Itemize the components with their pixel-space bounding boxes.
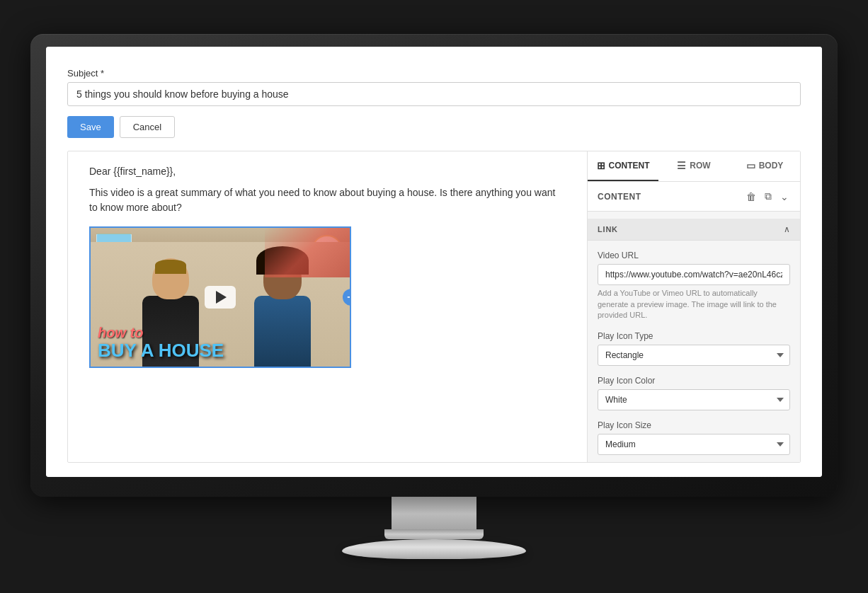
- link-section-label: LINK: [598, 225, 618, 234]
- tab-body[interactable]: ▭ BODY: [729, 151, 800, 181]
- link-section-header[interactable]: LINK ∧: [588, 219, 800, 241]
- panel-section-title: CONTENT: [598, 192, 641, 202]
- play-icon-size-label: Play Icon Size: [598, 420, 790, 430]
- video-thumbnail[interactable]: onebighappy: [89, 226, 351, 368]
- play-icon-color-label: Play Icon Color: [598, 376, 790, 386]
- link-collapse-icon: ∧: [784, 224, 790, 234]
- play-icon-type-label: Play Icon Type: [598, 331, 790, 341]
- subject-label: Subject *: [67, 68, 801, 79]
- monitor-base: [342, 539, 526, 559]
- person-left-head: [152, 258, 189, 299]
- body-tab-icon: ▭: [746, 160, 755, 171]
- row-tab-icon: ☰: [677, 160, 686, 171]
- email-greeting: Dear {{first_name}},: [89, 166, 566, 177]
- tab-row[interactable]: ☰ ROW: [658, 151, 729, 181]
- play-icon-type-field: Play Icon Type Rectangle Circle None: [598, 331, 790, 366]
- editor-area: Dear {{first_name}}, This video is a gre…: [67, 151, 801, 462]
- action-buttons: Save Cancel: [67, 116, 801, 138]
- video-url-help: Add a YouTube or Vimeo URL to automatica…: [598, 288, 790, 321]
- video-url-field: Video URL Add a YouTube or Vimeo URL to …: [598, 251, 790, 321]
- tab-content-label: CONTENT: [609, 161, 650, 171]
- subject-group: Subject *: [67, 68, 801, 106]
- play-icon-type-select[interactable]: Rectangle Circle None: [598, 345, 790, 366]
- person-left-hair: [155, 260, 186, 274]
- tab-content[interactable]: ⊞ CONTENT: [588, 151, 658, 181]
- monitor-wrapper: Subject * Save Cancel Dear {{first_name}…: [30, 34, 838, 558]
- red-accent: [265, 228, 350, 277]
- buy-house-text: BUY A HOUSE: [98, 341, 224, 359]
- panel-section-header: CONTENT 🗑 ⧉ ⌄: [588, 182, 800, 212]
- link-section: LINK ∧ Video URL Add a YouTube or Vimeo …: [588, 212, 800, 461]
- tab-body-label: BODY: [759, 161, 784, 171]
- video-url-input[interactable]: [598, 264, 790, 285]
- video-overlay-text: how to BUY A HOUSE: [98, 325, 224, 359]
- email-body-text: This video is a great summary of what yo…: [89, 185, 566, 215]
- content-tab-icon: ⊞: [597, 160, 605, 171]
- subject-input[interactable]: [67, 82, 801, 106]
- play-icon: [216, 291, 227, 304]
- video-url-label: Video URL: [598, 251, 790, 260]
- screen-content: Subject * Save Cancel Dear {{first_name}…: [46, 47, 822, 476]
- play-icon-size-select[interactable]: Small Medium Large: [598, 434, 790, 455]
- thumb-scene: onebighappy: [91, 228, 350, 367]
- tab-row-label: ROW: [690, 161, 710, 171]
- play-button[interactable]: [205, 286, 236, 309]
- how-to-text: how to: [98, 325, 224, 341]
- duplicate-content-button[interactable]: ⧉: [763, 189, 773, 204]
- monitor-neck: [392, 497, 476, 539]
- delete-content-button[interactable]: 🗑: [745, 190, 758, 204]
- cancel-button[interactable]: Cancel: [120, 116, 175, 138]
- panel-section-actions: 🗑 ⧉ ⌄: [745, 189, 790, 204]
- monitor-screen: Subject * Save Cancel Dear {{first_name}…: [46, 47, 822, 476]
- right-panel: ⊞ CONTENT ☰ ROW ▭ BODY: [588, 151, 800, 461]
- play-icon-size-field: Play Icon Size Small Medium Large: [598, 420, 790, 455]
- email-preview: Dear {{first_name}}, This video is a gre…: [68, 151, 588, 461]
- panel-tabs: ⊞ CONTENT ☰ ROW ▭ BODY: [588, 151, 800, 182]
- drag-icon: ✛: [347, 292, 351, 302]
- play-icon-color-field: Play Icon Color White Black Red: [598, 376, 790, 410]
- person-right-body: [254, 296, 311, 367]
- collapse-content-button[interactable]: ⌄: [779, 190, 790, 204]
- monitor-frame: Subject * Save Cancel Dear {{first_name}…: [30, 34, 838, 496]
- play-icon-color-select[interactable]: White Black Red: [598, 389, 790, 410]
- save-button[interactable]: Save: [67, 116, 114, 138]
